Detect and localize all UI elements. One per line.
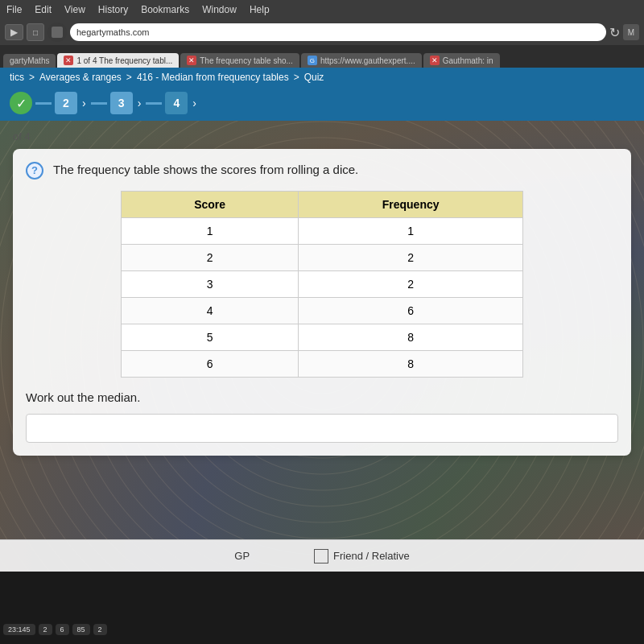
- taskbar-item-2[interactable]: 2: [39, 624, 52, 635]
- steps-bar: ✓ 2 › 3 › 4 ›: [0, 87, 644, 121]
- step-connector3: [146, 102, 162, 105]
- bottom-options-bar: GP Friend / Relative: [0, 539, 644, 572]
- gp-label: GP: [234, 550, 250, 562]
- question-text: The frequency table shows the scores fro…: [53, 163, 358, 176]
- table-row: 68: [122, 351, 523, 378]
- step-connector: [35, 102, 52, 105]
- work-out-instruction: Work out the median.: [26, 390, 618, 404]
- question-icon: ?: [26, 162, 43, 180]
- tab-close-icon[interactable]: ✕: [64, 56, 73, 65]
- frequency-cell: 8: [299, 324, 523, 351]
- tab-label: 1 of 4 The frequency tabl...: [76, 56, 172, 65]
- frequency-cell: 2: [299, 271, 523, 298]
- menu-window[interactable]: Window: [202, 4, 237, 15]
- score-cell: 4: [122, 298, 299, 324]
- breadcrumb-sep3: >: [294, 72, 299, 83]
- table-row: 32: [122, 271, 523, 298]
- taskbar: 23:145 2 6 85 2: [0, 615, 644, 644]
- frequency-cell: 1: [299, 218, 523, 245]
- tab-frequency1[interactable]: ✕ 1 of 4 The frequency tabl...: [57, 53, 179, 68]
- taskbar-item-1[interactable]: 23:145: [3, 624, 35, 635]
- back-button[interactable]: ▶: [5, 24, 23, 40]
- menu-edit[interactable]: Edit: [35, 4, 52, 15]
- step-4[interactable]: 4: [165, 92, 188, 114]
- answer-input[interactable]: [26, 414, 618, 443]
- breadcrumb-averages[interactable]: Averages & ranges: [39, 72, 122, 83]
- shield-icon: [47, 23, 67, 42]
- url-text: hegartymaths.com: [76, 27, 149, 37]
- step-connector2: [91, 102, 107, 105]
- main-content: of 4 ? The frequency table shows the sco…: [0, 121, 644, 572]
- menu-bookmarks[interactable]: Bookmarks: [141, 4, 189, 15]
- table-row: 11: [122, 218, 523, 245]
- question-card: ? The frequency table shows the scores f…: [13, 149, 631, 456]
- menu-view[interactable]: View: [64, 4, 85, 15]
- col-frequency-header: Frequency: [299, 192, 523, 218]
- frequency-table: Score Frequency 112232465868: [121, 191, 523, 378]
- frequency-cell: 8: [299, 351, 523, 378]
- table-row: 58: [122, 324, 523, 351]
- tab-gauthmath[interactable]: ✕ Gauthmath: in: [423, 53, 500, 68]
- tab-icon: □: [27, 23, 44, 41]
- chevron-right-icon: ›: [82, 97, 86, 109]
- table-row: 46: [122, 298, 523, 324]
- taskbar-item-4[interactable]: 85: [72, 624, 90, 635]
- friend-relative-label: Friend / Relative: [333, 550, 410, 562]
- tabs-bar: gartyMaths ✕ 1 of 4 The frequency tabl..…: [0, 45, 644, 68]
- breadcrumb-416[interactable]: 416 - Median from frequency tables: [137, 72, 289, 83]
- score-cell: 3: [122, 271, 299, 298]
- menu-bar: File Edit View History Bookmarks Window …: [0, 0, 644, 19]
- reload-button[interactable]: ↻: [609, 25, 620, 40]
- col-score-header: Score: [122, 192, 299, 218]
- frequency-cell: 2: [299, 245, 523, 271]
- breadcrumb-tics[interactable]: tics: [10, 72, 24, 83]
- friend-relative-option[interactable]: Friend / Relative: [314, 549, 410, 564]
- tab-frequency2[interactable]: ✕ The frequency table sho...: [180, 53, 299, 68]
- breadcrumb-quiz[interactable]: Quiz: [304, 72, 324, 83]
- tab-gartymaths[interactable]: gartyMaths: [3, 54, 56, 68]
- menu-history[interactable]: History: [98, 4, 128, 15]
- tab-close-icon[interactable]: ✕: [430, 56, 440, 65]
- tab-gauthexpert[interactable]: G https://www.gauthexpert....: [301, 53, 422, 68]
- chevron-right-icon2: ›: [138, 97, 142, 109]
- score-cell: 1: [122, 218, 299, 245]
- question-number: of 4: [13, 130, 631, 142]
- browser-chrome: File Edit View History Bookmarks Window …: [0, 0, 644, 121]
- score-cell: 2: [122, 245, 299, 271]
- nav-bar: ▶ □ hegartymaths.com ↻ M: [0, 19, 644, 45]
- score-cell: 5: [122, 324, 299, 351]
- tab-label: The frequency table sho...: [200, 56, 293, 65]
- taskbar-item-5[interactable]: 2: [93, 624, 107, 635]
- step-check: ✓: [10, 92, 32, 114]
- breadcrumb-sep2: >: [126, 72, 132, 83]
- tab-label: gartyMaths: [10, 56, 49, 65]
- gp-option[interactable]: GP: [234, 550, 250, 562]
- tab-close-icon[interactable]: ✕: [187, 56, 196, 65]
- address-bar[interactable]: hegartymaths.com: [70, 23, 606, 41]
- breadcrumb-sep: >: [29, 72, 35, 83]
- tab-label: https://www.gauthexpert....: [320, 56, 415, 65]
- checkbox-icon: [314, 549, 328, 564]
- taskbar-item-3[interactable]: 6: [56, 624, 69, 635]
- score-cell: 6: [122, 351, 299, 378]
- mail-icon: M: [623, 24, 639, 40]
- frequency-cell: 6: [299, 298, 523, 324]
- question-row: ? The frequency table shows the scores f…: [26, 162, 618, 180]
- breadcrumb-bar: tics > Averages & ranges > 416 - Median …: [0, 68, 644, 87]
- menu-help[interactable]: Help: [250, 4, 270, 15]
- table-row: 22: [122, 245, 523, 271]
- chevron-right-icon3: ›: [192, 97, 196, 109]
- step-2[interactable]: 2: [55, 92, 77, 114]
- tab-label: Gauthmath: in: [443, 56, 493, 65]
- step-3[interactable]: 3: [110, 92, 133, 114]
- menu-file[interactable]: File: [6, 4, 22, 15]
- content-wrapper: of 4 ? The frequency table shows the sco…: [0, 121, 644, 465]
